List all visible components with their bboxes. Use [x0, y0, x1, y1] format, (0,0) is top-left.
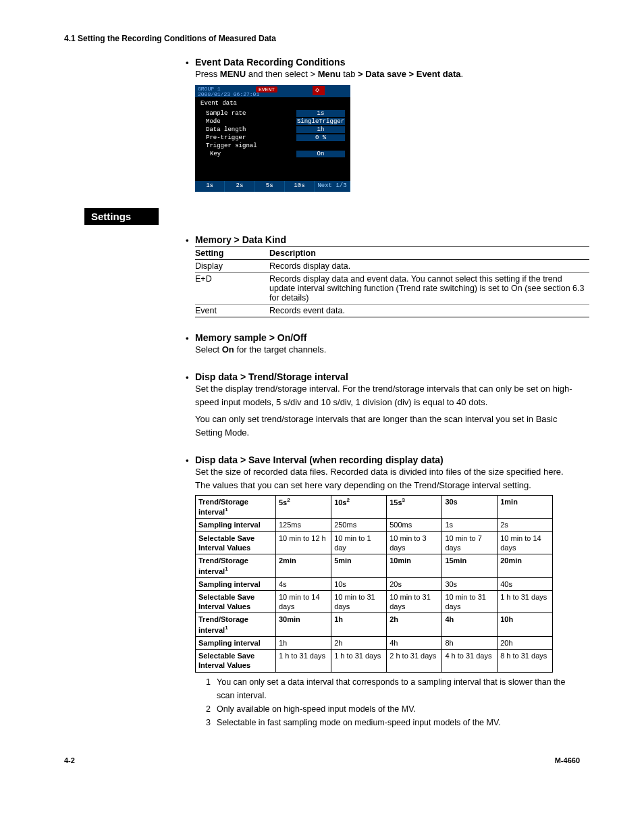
record-icon [313, 86, 325, 95]
footnotes: 1You can only set a data interval that c… [206, 675, 580, 729]
datakind-table: SettingDescription DisplayRecords displa… [195, 246, 589, 317]
memorysample-text: Select On for the target channels. [195, 343, 580, 357]
saveint-title: Disp data > Save Interval (when recordin… [195, 454, 444, 465]
device-screenshot: GROUP 12008/01/23 06:27:01 EVENT Event d… [195, 85, 350, 192]
memorysample-title: Memory sample > On/Off [195, 332, 306, 343]
table-row: E+DRecords display data and event data. … [195, 273, 589, 305]
section-event-instruction: Press MENU and then select > Menu tab > … [195, 68, 580, 81]
trend-title: Disp data > Trend/Storage interval [195, 371, 348, 382]
trend-para1: Set the display trend/storage interval. … [195, 382, 580, 409]
bullet: • [186, 455, 195, 465]
settings-heading: Settings [84, 208, 159, 225]
table-row: DisplayRecords display data. [195, 260, 589, 273]
saveint-para: Set the size of recorded data files. Rec… [195, 465, 580, 492]
table-row: EventRecords event data. [195, 305, 589, 317]
page-number: 4-2 [64, 756, 75, 764]
bullet: • [186, 57, 195, 68]
bullet: • [186, 333, 195, 343]
section-event-title: Event Data Recording Conditions [195, 57, 345, 68]
doc-id: M-4660 [555, 756, 580, 764]
bullet: • [186, 235, 195, 245]
page-header: 4.1 Setting the Recording Conditions of … [64, 34, 580, 43]
intervals-table: Trend/Storage interval1 5s2 10s2 15s3 30… [195, 495, 553, 672]
bullet: • [186, 372, 195, 382]
datakind-title: Memory > Data Kind [195, 234, 286, 245]
trend-para2: You can only set trend/storage intervals… [195, 413, 580, 440]
